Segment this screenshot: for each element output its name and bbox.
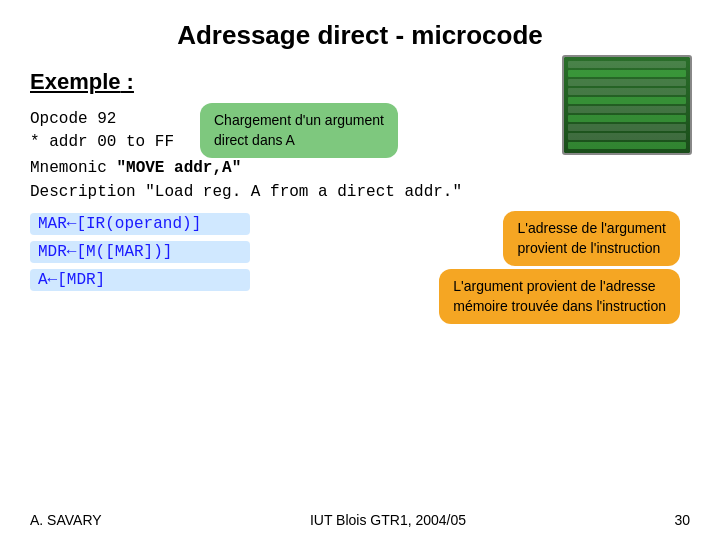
microcode-section: MAR←[IR(operand)] L'adresse de l'argumen… [30, 213, 690, 291]
description-line: Description "Load reg. A from a direct a… [30, 183, 690, 201]
opcode-label: Opcode 92 [30, 107, 116, 131]
page-title: Adressage direct - microcode [30, 20, 690, 51]
footer-center: IUT Blois GTR1, 2004/05 [310, 512, 466, 528]
microcode-row-3: A←[MDR] L'argument provient de l'adresse… [30, 269, 690, 291]
microcode-row-1: MAR←[IR(operand)] L'adresse de l'argumen… [30, 213, 690, 235]
microcode-2: MDR←[M([MAR])] [30, 241, 250, 263]
footer-right: 30 [674, 512, 690, 528]
mnemonic-line: Mnemonic "MOVE addr,A" [30, 159, 690, 177]
exemple-colon: : [121, 69, 134, 94]
screen-image [562, 55, 692, 155]
bubble-orange-2: L'argument provient de l'adresse mémoire… [439, 269, 680, 324]
footer-left: A. SAVARY [30, 512, 102, 528]
page: Adressage direct - microcode Exemple : O… [0, 0, 720, 540]
exemple-label: Exemple [30, 69, 121, 94]
microcode-1: MAR←[IR(operand)] [30, 213, 250, 235]
microcode-row-2: MDR←[M([MAR])] [30, 241, 690, 263]
bubble-green: Chargement d'un argument direct dans A [200, 103, 398, 158]
microcode-3: A←[MDR] [30, 269, 250, 291]
footer: A. SAVARY IUT Blois GTR1, 2004/05 30 [0, 512, 720, 528]
